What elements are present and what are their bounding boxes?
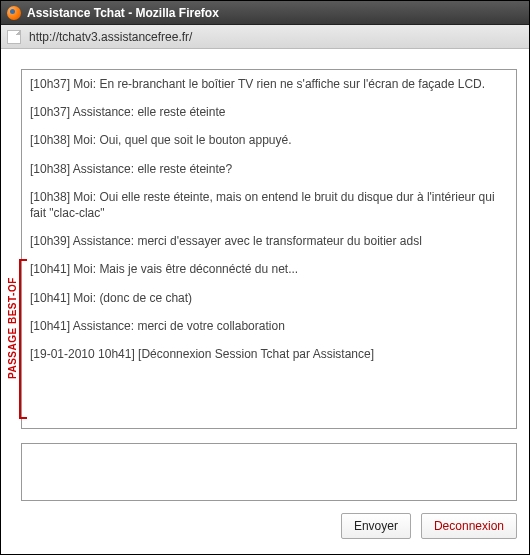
page-content: PASSAGE BEST-OF [10h37] Moi: En re-branc… bbox=[1, 49, 529, 554]
system-message: [19-01-2010 10h41] [Déconnexion Session … bbox=[30, 346, 508, 362]
address-bar bbox=[1, 25, 529, 49]
window-title: Assistance Tchat - Mozilla Firefox bbox=[27, 6, 219, 20]
title-bar[interactable]: Assistance Tchat - Mozilla Firefox bbox=[1, 1, 529, 25]
page-icon bbox=[7, 30, 21, 44]
highlight-bracket bbox=[19, 259, 27, 419]
passage-best-of-label: PASSAGE BEST-OF bbox=[7, 277, 18, 379]
chat-message: [10h41] Moi: (donc de ce chat) bbox=[30, 290, 508, 306]
chat-message: [10h37] Assistance: elle reste éteinte bbox=[30, 104, 508, 120]
chat-message: [10h41] Moi: Mais je vais être déconnéct… bbox=[30, 261, 508, 277]
chat-message: [10h38] Moi: Oui, quel que soit le bouto… bbox=[30, 132, 508, 148]
send-button[interactable]: Envoyer bbox=[341, 513, 411, 539]
chat-message: [10h38] Assistance: elle reste éteinte? bbox=[30, 161, 508, 177]
chat-message: [10h38] Moi: Oui elle reste éteinte, mai… bbox=[30, 189, 508, 221]
disconnect-button[interactable]: Deconnexion bbox=[421, 513, 517, 539]
chat-message: [10h37] Moi: En re-branchant le boîtier … bbox=[30, 76, 508, 92]
chat-message: [10h39] Assistance: merci d'essayer avec… bbox=[30, 233, 508, 249]
chat-message: [10h41] Assistance: merci de votre colla… bbox=[30, 318, 508, 334]
firefox-icon bbox=[7, 6, 21, 20]
url-input[interactable] bbox=[27, 29, 523, 45]
chat-input-container bbox=[21, 443, 517, 501]
chat-log[interactable]: [10h37] Moi: En re-branchant le boîtier … bbox=[21, 69, 517, 429]
button-row: Envoyer Deconnexion bbox=[21, 513, 517, 539]
browser-window: Assistance Tchat - Mozilla Firefox PASSA… bbox=[0, 0, 530, 555]
chat-input[interactable] bbox=[22, 444, 516, 500]
